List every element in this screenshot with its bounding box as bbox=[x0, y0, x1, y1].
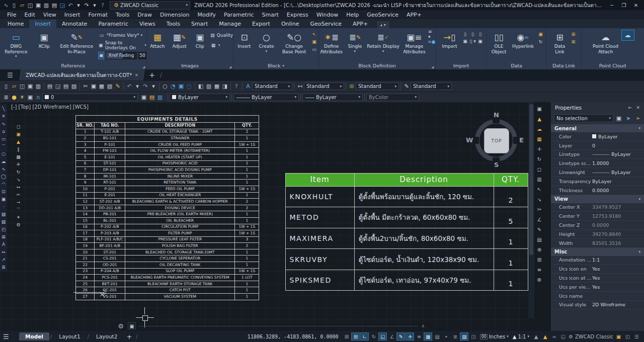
open-folder-icon[interactable]: ▱ bbox=[18, 1, 26, 9]
list-icon[interactable]: ≡ bbox=[535, 266, 543, 274]
command-history-icon[interactable]: ▣ bbox=[128, 322, 136, 329]
import-button[interactable]: →▯ Import bbox=[439, 30, 461, 49]
layer-bulb-icon[interactable]: ● bbox=[10, 93, 18, 101]
new-file-icon[interactable]: ▯ bbox=[10, 1, 18, 9]
panel-launcher-icon[interactable]: ◢ bbox=[142, 65, 145, 68]
menu-draw[interactable]: Draw bbox=[133, 12, 156, 18]
edit-reference-button[interactable]: ✎✎ Edit Reference In-Place bbox=[56, 30, 97, 54]
circle-tool-icon[interactable]: ○ bbox=[1, 150, 7, 157]
panel-launcher-icon[interactable]: ◢ bbox=[431, 65, 434, 68]
status-menu-icon[interactable]: ☰ bbox=[632, 332, 641, 340]
menu-help[interactable]: Help bbox=[342, 12, 363, 18]
polar-tracking-icon[interactable]: ↻ bbox=[369, 332, 378, 340]
selection-cycling-icon[interactable]: • bbox=[442, 332, 450, 340]
mtext-tool-icon[interactable]: ≣ bbox=[1, 264, 7, 271]
clean-screen-icon[interactable]: ▣ bbox=[614, 332, 623, 340]
tab-parametric[interactable]: Parametric bbox=[93, 20, 134, 28]
region-tool-icon[interactable]: ◰ bbox=[1, 226, 7, 233]
layer-new-icon[interactable]: ▣ bbox=[26, 93, 34, 101]
minimize-button[interactable]: ─ bbox=[606, 1, 618, 9]
layer-states-icon[interactable]: ▣ bbox=[140, 93, 148, 101]
menu-dimension[interactable]: Dimension bbox=[156, 12, 193, 18]
copy-tool-icon[interactable]: ▣ bbox=[15, 131, 22, 138]
property-value[interactable]: 0.0000 bbox=[592, 222, 644, 228]
spline-tool-icon[interactable]: ∿ bbox=[1, 165, 7, 173]
add-icon[interactable]: ⊕ bbox=[535, 246, 543, 253]
redo-caret-icon[interactable]: ▾ bbox=[149, 82, 157, 91]
hatch-preview-icon[interactable]: ▨ bbox=[460, 332, 468, 340]
toggle-pickadd-icon[interactable]: ➣ bbox=[634, 114, 642, 122]
tab-geoservice[interactable]: GeoService bbox=[304, 20, 347, 28]
tab-home[interactable]: Home bbox=[2, 20, 29, 28]
rectangle-tool-icon[interactable]: ▭ bbox=[1, 135, 7, 142]
compass-west[interactable]: W bbox=[466, 136, 473, 144]
command-gear-icon[interactable]: ⚙ bbox=[117, 322, 125, 330]
isometric-draft-icon[interactable]: ◱ bbox=[378, 332, 387, 340]
undo-icon[interactable]: ↶ bbox=[66, 1, 74, 9]
fullscreen-icon[interactable]: ◰ bbox=[623, 332, 632, 340]
retain-display-button[interactable]: ≣✓ Retain Display▾ bbox=[366, 30, 400, 53]
print-icon[interactable]: ▤ bbox=[46, 82, 54, 91]
tab-annotate[interactable]: Annotate bbox=[56, 20, 93, 28]
redo-icon[interactable]: ↷ bbox=[141, 82, 149, 91]
paste-icon[interactable]: ▦ bbox=[98, 82, 106, 91]
offset-tool-icon[interactable]: ∥ bbox=[15, 146, 22, 153]
image-clip-button[interactable]: ▣ Clip bbox=[191, 30, 209, 49]
command-collapse-icon[interactable]: ∧ bbox=[421, 323, 425, 328]
point-tool-icon[interactable]: · bbox=[1, 203, 7, 210]
panel-launcher-icon[interactable]: ◢ bbox=[229, 65, 231, 68]
plot-style-dropdown[interactable]: ByColor▾ bbox=[366, 94, 419, 101]
property-value[interactable]: Yes bbox=[592, 266, 644, 272]
xref-fading-slider[interactable]: Xref Fading bbox=[106, 52, 137, 59]
attr-order-icon[interactable]: ≡● bbox=[428, 38, 435, 45]
section-header-view[interactable]: View▾ bbox=[551, 195, 644, 203]
property-value[interactable]: ————ByLayer bbox=[592, 169, 644, 175]
import-step-icon[interactable]: ▯ ▾ bbox=[469, 38, 476, 44]
palette-icon[interactable]: ▦ bbox=[535, 135, 543, 143]
xref-fading-value[interactable]: 50 bbox=[138, 52, 146, 59]
pin-icon[interactable]: ⇤ bbox=[628, 105, 632, 110]
import-dgn-icon[interactable]: ▯ bbox=[469, 31, 476, 37]
tab-views[interactable]: Views bbox=[134, 20, 161, 28]
document-tab[interactable]: ZWCAD-แปลงเส้นและข้อความเป็นตาราง-COT* ✕ bbox=[19, 69, 144, 80]
quick-properties-icon[interactable]: ≣ bbox=[451, 332, 459, 340]
snap-underlays-dropdown[interactable]: ▣ Snap to Underlays On▾ bbox=[98, 41, 146, 50]
quick-select-icon[interactable]: ▣ bbox=[615, 114, 623, 122]
menu-format[interactable]: Format bbox=[84, 12, 112, 18]
menu-geoservice[interactable]: GeoService bbox=[363, 12, 403, 18]
annotation-visibility-icon[interactable]: ▲ bbox=[532, 332, 540, 340]
linetype-dropdown[interactable]: ———ByLayer▾ bbox=[233, 94, 299, 101]
menu-edit[interactable]: Edit bbox=[20, 12, 39, 18]
rotate-icon[interactable]: ↻ bbox=[535, 155, 543, 163]
status-menu-icon[interactable]: ☰ bbox=[3, 333, 18, 340]
command-bar[interactable]: ⚙ ▣ ∧ bbox=[117, 322, 425, 329]
menu-express[interactable]: Express bbox=[283, 12, 312, 18]
menu-file[interactable]: File bbox=[3, 12, 20, 18]
save-as-icon[interactable]: ▣ bbox=[26, 82, 34, 91]
array-icon[interactable]: ▥ bbox=[535, 176, 543, 183]
rotate-tool-icon[interactable]: ↻ bbox=[15, 168, 22, 176]
gradient-tool-icon[interactable]: ▧ bbox=[1, 218, 7, 225]
insert-block-tool-icon[interactable]: ⊡ bbox=[1, 188, 7, 195]
ribbon-collapse-button[interactable]: ▴ ▾ bbox=[377, 22, 389, 28]
image-quality-button[interactable]: ▧ Quality bbox=[210, 31, 233, 40]
annotation-scale-dropdown[interactable]: ▲ 1:1▾ bbox=[511, 334, 531, 339]
publish-icon[interactable]: ▨ bbox=[70, 82, 78, 91]
copy-clip-icon[interactable]: ▣ bbox=[90, 82, 98, 91]
upload-link-icon[interactable]: ⊞ bbox=[570, 31, 577, 37]
property-value[interactable]: 2D Wireframe bbox=[592, 302, 644, 307]
property-value[interactable]: 0 bbox=[592, 143, 644, 148]
scale-icon[interactable]: ↘ bbox=[535, 196, 543, 203]
color-dropdown[interactable]: ByLayer▾ bbox=[170, 94, 230, 101]
layer-properties-icon[interactable]: ≣ bbox=[2, 93, 10, 101]
polyline-tool-icon[interactable]: ∿ bbox=[1, 120, 7, 127]
single-attribute-button[interactable]: ≣✎ Single▾ bbox=[345, 30, 365, 53]
import-pdf-icon[interactable]: ▯ bbox=[462, 31, 469, 37]
field-icon[interactable]: ▣ bbox=[537, 31, 544, 37]
zoom-realtime-icon[interactable]: ◔ bbox=[169, 82, 177, 91]
explode-tool-icon[interactable]: ✶ bbox=[15, 214, 22, 221]
ellipse-arc-tool-icon[interactable]: ◠ bbox=[1, 181, 7, 188]
import-ifc-icon[interactable]: ▯ bbox=[477, 31, 484, 37]
mirror-tool-icon[interactable]: ▲ bbox=[15, 138, 22, 145]
tab-online[interactable]: Online bbox=[276, 20, 304, 28]
